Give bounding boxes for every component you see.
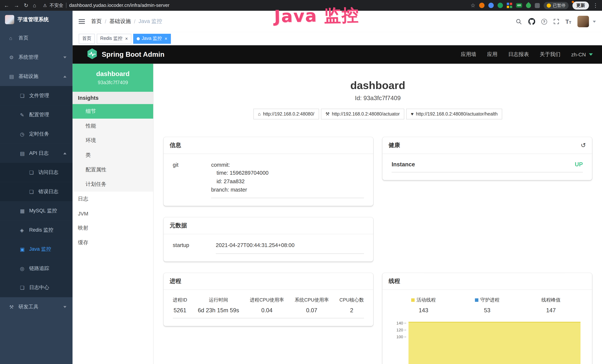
screen: ← → ↻ ⌂ ⚠ 不安全 dashboard.yudao.iocoder.cn…	[0, 0, 602, 364]
sidebar-item-label: API 日志	[29, 150, 49, 157]
sidebar-item-trace[interactable]: ◎ 链路追踪	[0, 259, 73, 278]
actuator-url-link[interactable]: ⚒ http://192.168.0.2:48080/actuator	[321, 108, 404, 119]
extension-on-badge[interactable]: on	[516, 3, 522, 8]
tab-home[interactable]: 首页	[79, 33, 95, 43]
sba-item-classes[interactable]: 类	[73, 148, 153, 162]
redis-icon: ◈	[20, 227, 29, 233]
info-line: branch: master	[211, 186, 364, 194]
sba-item-loggers[interactable]: 日志	[73, 192, 153, 206]
sba-brand[interactable]: Spring Boot Admin	[86, 48, 164, 61]
app-frame: 芋道管理系统 ⌂ 首页 ⚙ 系统管理 ▤ 基础设施 ❏ 文件管理 ✎	[0, 11, 602, 364]
forward-icon[interactable]: →	[14, 3, 19, 8]
extension-blue-icon[interactable]	[489, 3, 494, 8]
viewport: ← → ↻ ⌂ ⚠ 不安全 dashboard.yudao.iocoder.cn…	[0, 0, 602, 364]
home-nav-icon[interactable]: ⌂	[33, 3, 36, 8]
info-value: commit: time: 1596289704000 id: 27aa832 …	[211, 161, 364, 198]
sidebar-item-mysql-monitor[interactable]: ▦ MySQL 监控	[0, 201, 73, 221]
extension-fox-icon[interactable]	[479, 3, 485, 8]
address-bar[interactable]: ⚠ 不安全 dashboard.yudao.iocoder.cn/infra/a…	[43, 2, 170, 9]
update-button[interactable]: 更新	[572, 1, 589, 9]
chevron-up-icon	[64, 152, 66, 154]
metric-value: 5261	[173, 307, 187, 313]
sidebar-item-log-center[interactable]: ❏ 日志中心	[0, 278, 73, 297]
sba-item-details[interactable]: 细节	[73, 104, 153, 119]
tab-java-monitor[interactable]: Java 监控 ×	[133, 33, 171, 43]
sidebar-item-access-logs[interactable]: ❏ 访问日志	[0, 163, 73, 182]
sidebar-item-dev-tools[interactable]: ⚒ 研发工具	[0, 297, 73, 317]
sidebar-item-infrastructure[interactable]: ▤ 基础设施	[0, 67, 73, 86]
service-url-link[interactable]: ⌂ http://192.168.0.2:48080/	[253, 108, 319, 119]
sba-instance-header[interactable]: dashboard 93a3fc7f7409	[73, 64, 153, 92]
sba-item-caches[interactable]: 缓存	[73, 235, 153, 250]
legend-value: 147	[519, 307, 583, 313]
info-line: commit:	[211, 161, 364, 169]
sidebar-item-label: 系统管理	[18, 54, 38, 61]
sba-item-mappings[interactable]: 映射	[73, 221, 153, 236]
extension-green-icon[interactable]	[498, 3, 503, 8]
reload-icon[interactable]: ↻	[24, 3, 28, 8]
sba-nav-applications[interactable]: 应用	[487, 51, 497, 58]
sidebar-item-api-logs[interactable]: ▤ API 日志	[0, 143, 73, 163]
home-icon: ⌂	[9, 35, 19, 41]
sba-nav-wallboard[interactable]: 应用墙	[461, 51, 476, 58]
wrench-icon: ⚒	[325, 111, 329, 117]
sidebar-item-file-management[interactable]: ❏ 文件管理	[0, 86, 73, 105]
y-tick-label: 120	[392, 327, 403, 332]
url-text[interactable]: dashboard.yudao.iocoder.cn/infra/admin-s…	[69, 3, 170, 8]
sba-item-label: 映射	[78, 225, 88, 231]
search-icon[interactable]	[516, 18, 522, 25]
browser-menu-icon[interactable]: ⋮	[593, 3, 598, 8]
github-icon[interactable]	[528, 18, 535, 25]
hamburger-icon[interactable]	[79, 19, 85, 24]
sba-item-scheduled-tasks[interactable]: 计划任务	[73, 177, 153, 192]
sba-item-config-props[interactable]: 配置属性	[73, 162, 153, 177]
sidebar-item-system[interactable]: ⚙ 系统管理	[0, 48, 73, 67]
sidebar-item-label: 链路追踪	[29, 265, 49, 272]
card-title: 健康	[389, 141, 400, 149]
sba-item-jvm[interactable]: JVM	[73, 206, 153, 221]
extension-grid-icon[interactable]	[507, 3, 512, 8]
info-card: 信息 git commit: time: 1596289704000 id: 2	[163, 137, 373, 206]
fullscreen-icon[interactable]	[553, 18, 559, 24]
paused-badge[interactable]: 已暂停	[544, 2, 569, 9]
card-body: startup 2021-04-27T00:44:31.254+08:00	[163, 234, 373, 261]
extension-leaf-icon[interactable]	[525, 2, 532, 9]
avatar[interactable]	[577, 16, 589, 27]
card-title: 信息	[170, 141, 181, 149]
metric-value: 2	[339, 307, 364, 313]
tab-redis-monitor[interactable]: Redis 监控 ×	[97, 33, 131, 43]
sba-language-select[interactable]: zh-CN	[571, 52, 586, 57]
fontsize-small-glyph: T	[569, 20, 571, 24]
history-icon[interactable]: ↺	[581, 141, 586, 149]
sba-nav-journal[interactable]: 日志报表	[508, 51, 529, 58]
sba-nav-about[interactable]: 关于我们	[540, 51, 560, 58]
eye-icon: ◎	[20, 266, 29, 271]
close-icon[interactable]: ×	[125, 36, 128, 41]
metric-value: 0.04	[250, 307, 284, 313]
sidebar-item-java-monitor[interactable]: ▣ Java 监控	[0, 240, 73, 259]
back-icon[interactable]: ←	[4, 3, 9, 8]
sidebar-item-error-logs[interactable]: ❏ 错误日志	[0, 182, 73, 201]
card-body: Instance UP	[383, 154, 592, 180]
bookmark-star-icon[interactable]: ☆	[471, 3, 475, 8]
close-icon[interactable]: ×	[165, 36, 167, 41]
sba-item-environment[interactable]: 环境	[73, 133, 153, 148]
fontsize-icon[interactable]: TT	[566, 18, 571, 25]
sidebar-item-scheduled-tasks[interactable]: ◷ 定时任务	[0, 124, 73, 144]
health-url-link[interactable]: ♥ http://192.168.0.2:48080/actuator/heal…	[406, 108, 502, 119]
breadcrumb-item[interactable]: 首页	[91, 18, 102, 25]
extension-puzzle-icon[interactable]	[535, 3, 540, 8]
sba-item-label: 计划任务	[86, 181, 107, 188]
sidebar-item-config-management[interactable]: ✎ 配置管理	[0, 105, 73, 124]
sidebar-item-home[interactable]: ⌂ 首页	[0, 28, 73, 48]
avatar-caret-icon[interactable]	[593, 21, 596, 22]
tools-icon: ⚒	[9, 304, 19, 310]
sba-body: dashboard 93a3fc7f7409 Insights 细节 性能 环境…	[73, 64, 602, 364]
legend-label: 线程峰值	[541, 297, 561, 303]
security-label: 不安全	[50, 2, 64, 9]
help-icon[interactable]: ?	[541, 19, 547, 24]
chevron-down-icon	[64, 306, 66, 308]
sidebar-item-redis-monitor[interactable]: ◈ Redis 监控	[0, 221, 73, 240]
sba-item-metrics[interactable]: 性能	[73, 119, 153, 133]
breadcrumb-item[interactable]: 基础设施	[109, 18, 131, 25]
